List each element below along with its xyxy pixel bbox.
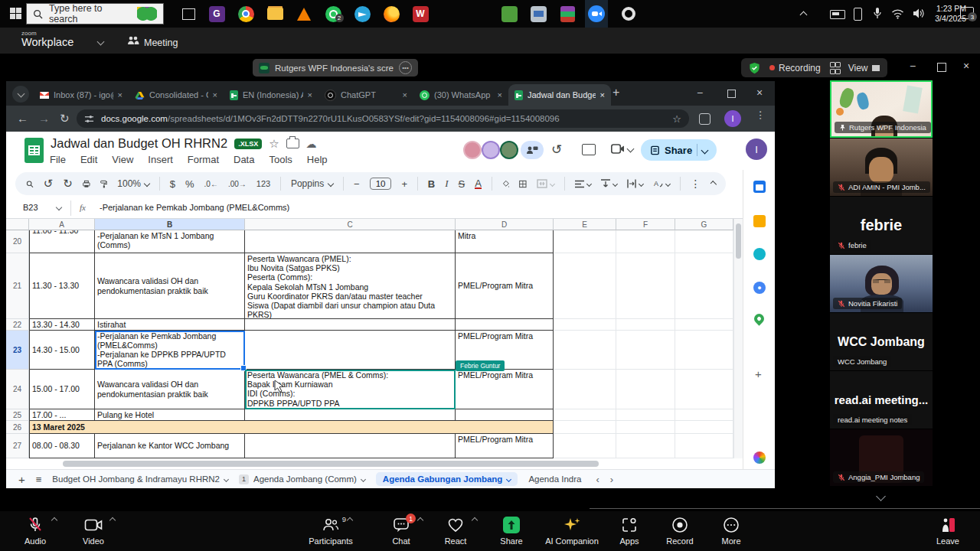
font-size-input[interactable]: 10 xyxy=(370,178,392,190)
cell-e25[interactable] xyxy=(554,409,616,421)
tab-close-icon[interactable]: × xyxy=(600,90,605,99)
back-icon[interactable]: ← xyxy=(17,112,28,125)
increase-decimal-icon[interactable]: .00→ xyxy=(228,180,247,188)
toolbar-search-icon[interactable] xyxy=(26,179,34,189)
maps-pin-icon[interactable] xyxy=(752,311,766,325)
phone-link-icon[interactable] xyxy=(854,8,862,21)
row-header-22[interactable]: 22 xyxy=(6,319,29,331)
tasks-icon[interactable] xyxy=(753,248,766,260)
horizontal-align-icon[interactable] xyxy=(575,180,591,188)
new-tab-button[interactable]: + xyxy=(612,86,619,99)
cell-f22[interactable] xyxy=(616,319,675,331)
vertical-align-icon[interactable] xyxy=(601,179,617,188)
volume-icon[interactable] xyxy=(913,8,925,19)
telegram-icon[interactable] xyxy=(351,0,374,28)
collapse-toolbar-icon[interactable] xyxy=(710,181,717,187)
col-header-d[interactable]: D xyxy=(456,219,554,230)
keep-icon[interactable] xyxy=(753,215,766,227)
tab-close-icon[interactable]: × xyxy=(498,90,502,99)
cell-g21[interactable] xyxy=(675,253,733,319)
redo-icon[interactable]: ↻ xyxy=(63,177,73,191)
firefox-icon[interactable] xyxy=(380,0,403,28)
cell-a25[interactable]: 17.00 - ... xyxy=(29,409,95,421)
cell-d23[interactable]: PMEL/Program Mitra xyxy=(456,331,554,370)
cell-a24[interactable]: 15.00 - 17.00 xyxy=(29,370,95,409)
col-header-g[interactable]: G xyxy=(675,219,733,230)
undo-icon[interactable]: ↺ xyxy=(44,177,54,191)
cell-c23[interactable] xyxy=(245,331,456,370)
app-w-icon[interactable]: W xyxy=(409,0,432,28)
browser-menu-kebab-icon[interactable]: ⋯ xyxy=(755,110,766,120)
toolbar-more-kebab-icon[interactable]: ⋮ xyxy=(691,178,701,190)
meeting-tab-label[interactable]: Meeting xyxy=(144,37,178,48)
cell-b27[interactable]: Perjalanan ke Kantor WCC Jombang xyxy=(95,434,245,458)
row-header-27[interactable]: 27 xyxy=(6,434,29,458)
audio-options-chevron[interactable] xyxy=(51,517,57,523)
participant-tile-rutgers[interactable]: Rutgers WPF Indonesia xyxy=(830,80,933,138)
text-wrap-icon[interactable] xyxy=(627,179,643,188)
cell-g24[interactable] xyxy=(675,370,733,409)
participant-tile-wcc[interactable]: WCC Jombang WCC Jombang xyxy=(830,313,933,370)
browser-tab-jadwal-active[interactable]: Jadwal dan Budge× xyxy=(508,84,611,106)
zoom-select[interactable]: 100% xyxy=(117,178,149,189)
zoom-app-icon[interactable] xyxy=(585,0,608,28)
cell-f24[interactable] xyxy=(616,370,675,409)
site-settings-icon[interactable] xyxy=(84,114,94,124)
cell-b24[interactable]: Wawancara validasi OH dan pendokumentasi… xyxy=(95,370,245,409)
row-header-23[interactable]: 23 xyxy=(6,331,29,370)
participant-tile-readai[interactable]: read.ai meeting... read.ai meeting notes xyxy=(830,371,933,429)
sheets-logo[interactable] xyxy=(24,138,44,163)
menu-help[interactable]: Help xyxy=(307,154,328,165)
doc-title[interactable]: Jadwal dan Budget OH RHRN2 xyxy=(51,136,227,151)
strikethrough-icon[interactable]: S xyxy=(459,178,466,190)
cell-b23-selected[interactable]: -Perjalanan ke Pemkab Jombang (PMEL&Comm… xyxy=(95,331,245,370)
cell-date-26[interactable]: 13 Maret 2025 xyxy=(29,421,554,434)
video-button[interactable]: Video xyxy=(61,517,126,546)
row-header-25[interactable]: 25 xyxy=(6,409,29,421)
cell-f21[interactable] xyxy=(616,253,675,319)
col-header-c[interactable]: C xyxy=(245,219,456,230)
col-header-f[interactable]: F xyxy=(616,219,675,230)
version-history-icon[interactable]: ↺ xyxy=(551,142,562,158)
cell-e23[interactable] xyxy=(554,331,616,370)
browser-profile-avatar[interactable]: I xyxy=(724,110,741,127)
tab-close-icon[interactable]: × xyxy=(213,90,217,99)
browser-minimize-button[interactable]: − xyxy=(697,86,703,99)
extension-icon[interactable] xyxy=(699,113,710,125)
cell-c27[interactable] xyxy=(245,434,456,458)
cell-f27[interactable] xyxy=(616,434,675,458)
window-minimize-button[interactable]: − xyxy=(910,60,916,72)
ai-companion-button[interactable]: AI Companion xyxy=(540,517,604,546)
share-dropdown-icon[interactable] xyxy=(701,146,709,154)
cell-b22[interactable]: Istirahat xyxy=(95,319,245,331)
battery-icon[interactable] xyxy=(830,10,845,19)
file-explorer-icon[interactable] xyxy=(263,0,286,28)
cell-f25[interactable] xyxy=(616,409,675,421)
leave-button[interactable]: Leave xyxy=(916,517,980,546)
browser-maximize-button[interactable] xyxy=(727,90,736,98)
sheet-tab-budget[interactable]: Budget OH Jombang & Indramayu RHRN2 xyxy=(52,474,228,484)
formula-input[interactable]: -Perjalanan ke Pemkab Jombang (PMEL&Comm… xyxy=(100,203,289,212)
font-select[interactable]: Poppins xyxy=(291,178,333,189)
cell-c21[interactable]: Peserta Wawancara (PMEL): Ibu Novita (Sa… xyxy=(245,253,456,319)
cell-g27[interactable] xyxy=(675,434,733,458)
more-button[interactable]: More xyxy=(699,517,763,546)
cell-d25[interactable] xyxy=(456,409,554,421)
menu-view[interactable]: View xyxy=(112,154,133,165)
row-header-21[interactable]: 21 xyxy=(6,253,29,319)
participant-tile-anggia[interactable]: Anggia_PMI Jombang xyxy=(830,429,933,486)
reload-icon[interactable]: ↻ xyxy=(60,112,70,126)
cell-f26[interactable] xyxy=(616,421,675,434)
tab-close-icon[interactable]: × xyxy=(308,90,312,99)
cell-e24[interactable] xyxy=(554,370,616,409)
cell-g23[interactable] xyxy=(675,331,733,370)
name-box[interactable]: B23 xyxy=(23,203,38,212)
window-maximize-button[interactable] xyxy=(937,63,946,72)
cell-g26[interactable] xyxy=(675,421,733,434)
cell-g25[interactable] xyxy=(675,409,733,421)
text-color-icon[interactable]: A xyxy=(475,179,482,189)
comments-icon[interactable] xyxy=(582,144,596,155)
collaborator-avatar-3[interactable] xyxy=(500,141,518,159)
vlc-icon[interactable] xyxy=(292,0,315,28)
cell-f23[interactable] xyxy=(616,331,675,370)
